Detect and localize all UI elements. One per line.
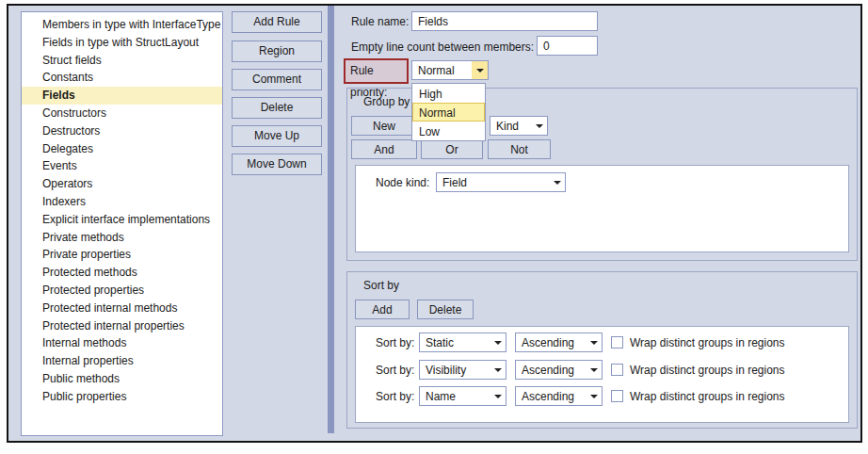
- list-item[interactable]: Explicit interface implementations: [22, 211, 222, 229]
- chevron-down-icon[interactable]: [490, 387, 506, 405]
- group-by-title: Group by: [363, 95, 410, 108]
- kind-combo-value: Kind: [496, 120, 519, 133]
- delete-button[interactable]: Delete: [232, 97, 322, 119]
- rule-name-label: Rule name:: [351, 15, 409, 28]
- add-rule-button[interactable]: Add Rule: [232, 11, 322, 33]
- sort-order-value: Ascending: [522, 390, 574, 403]
- sort-field-value: Visibility: [426, 364, 466, 377]
- window-content: Members in type with InterfaceType Field…: [8, 6, 860, 441]
- sort-by-row-label: Sort by:: [376, 336, 414, 349]
- list-item[interactable]: Protected properties: [22, 282, 222, 300]
- sort-order-value: Ascending: [522, 364, 574, 377]
- list-item[interactable]: Events: [22, 157, 222, 175]
- list-item[interactable]: Indexers: [22, 193, 222, 211]
- list-item[interactable]: Private properties: [22, 246, 222, 264]
- list-item[interactable]: Fields in type with StructLayout: [22, 34, 222, 52]
- chevron-down-icon[interactable]: [586, 361, 602, 379]
- list-item[interactable]: Internal properties: [22, 352, 222, 370]
- wrap-groups-checkbox[interactable]: [611, 336, 623, 349]
- move-up-button[interactable]: Move Up: [232, 125, 322, 147]
- list-item[interactable]: Members in type with InterfaceType: [22, 16, 222, 34]
- wrap-groups-label: Wrap distinct groups in regions: [630, 336, 785, 349]
- wrap-groups-label: Wrap distinct groups in regions: [630, 390, 785, 403]
- sort-order-combo[interactable]: Ascending: [515, 360, 603, 380]
- or-button[interactable]: Or: [421, 139, 483, 159]
- and-button[interactable]: And: [351, 139, 417, 159]
- list-item[interactable]: Destructors: [22, 122, 222, 140]
- list-item-selected[interactable]: Fields: [22, 87, 222, 105]
- kind-combo[interactable]: Kind: [490, 116, 548, 136]
- chevron-down-icon[interactable]: [490, 333, 506, 351]
- list-item[interactable]: Constructors: [22, 105, 222, 122]
- list-item[interactable]: Protected internal methods: [22, 300, 222, 317]
- wrap-groups-checkbox[interactable]: [611, 390, 623, 402]
- node-kind-value: Field: [442, 176, 467, 189]
- empty-line-count-input[interactable]: [537, 36, 598, 56]
- sort-add-button[interactable]: Add: [355, 300, 410, 319]
- splitter-handle[interactable]: [328, 6, 334, 433]
- node-kind-combo[interactable]: Field: [436, 172, 566, 192]
- list-item[interactable]: Struct fields: [22, 52, 222, 70]
- rule-priority-combo[interactable]: Normal: [411, 60, 489, 80]
- sort-by-row-label: Sort by:: [376, 364, 414, 377]
- rule-priority-value: Normal: [418, 64, 455, 77]
- list-item[interactable]: Internal methods: [22, 334, 222, 352]
- sort-field-combo[interactable]: Name: [419, 386, 506, 406]
- sort-field-value: Static: [426, 336, 454, 349]
- list-item[interactable]: Private methods: [22, 229, 222, 247]
- comment-button[interactable]: Comment: [232, 69, 322, 90]
- dropdown-option-normal[interactable]: Normal: [412, 103, 485, 122]
- sort-delete-button[interactable]: Delete: [417, 300, 474, 319]
- sort-field-value: Name: [426, 390, 456, 403]
- chevron-down-icon[interactable]: [586, 333, 602, 351]
- sort-field-combo[interactable]: Visibility: [419, 360, 506, 380]
- chevron-down-icon[interactable]: [549, 173, 565, 191]
- chevron-down-icon[interactable]: [472, 61, 488, 79]
- sort-by-title: Sort by: [363, 279, 399, 292]
- list-item[interactable]: Protected internal properties: [22, 317, 222, 335]
- dropdown-option-low[interactable]: Low: [412, 122, 485, 140]
- list-item[interactable]: Public properties: [22, 388, 222, 406]
- sort-by-panel: Sort by: Static Ascending Wrap distinct …: [355, 326, 849, 423]
- chevron-down-icon[interactable]: [531, 117, 547, 135]
- group-by-panel: Node kind: Field: [355, 165, 849, 252]
- rule-name-input[interactable]: [411, 11, 598, 31]
- list-item[interactable]: Delegates: [22, 140, 222, 158]
- chevron-down-icon[interactable]: [586, 387, 602, 405]
- rule-priority-highlight: Rule priority:: [344, 58, 409, 84]
- group-by-new-button[interactable]: New: [351, 116, 417, 136]
- sort-by-row-label: Sort by:: [376, 390, 414, 403]
- region-button[interactable]: Region: [232, 41, 322, 62]
- list-item[interactable]: Constants: [22, 69, 222, 87]
- sort-order-combo[interactable]: Ascending: [515, 386, 603, 406]
- wrap-groups-label: Wrap distinct groups in regions: [630, 364, 785, 377]
- list-item[interactable]: Protected methods: [22, 264, 222, 282]
- sort-order-combo[interactable]: Ascending: [515, 332, 603, 352]
- dropdown-option-high[interactable]: High: [412, 84, 485, 103]
- rule-list[interactable]: Members in type with InterfaceType Field…: [21, 11, 223, 436]
- sort-order-value: Ascending: [522, 336, 574, 349]
- list-item[interactable]: Public methods: [22, 370, 222, 388]
- sort-field-combo[interactable]: Static: [419, 332, 506, 352]
- chevron-down-icon[interactable]: [490, 361, 506, 379]
- move-down-button[interactable]: Move Down: [232, 154, 322, 175]
- rule-editor-window: Members in type with InterfaceType Field…: [7, 4, 862, 443]
- wrap-groups-checkbox[interactable]: [611, 364, 623, 376]
- not-button[interactable]: Not: [488, 139, 551, 159]
- rule-priority-dropdown: High Normal Low: [411, 83, 486, 141]
- empty-line-count-label: Empty line count between members:: [351, 41, 534, 54]
- list-item[interactable]: Operators: [22, 175, 222, 193]
- node-kind-label: Node kind:: [376, 176, 429, 189]
